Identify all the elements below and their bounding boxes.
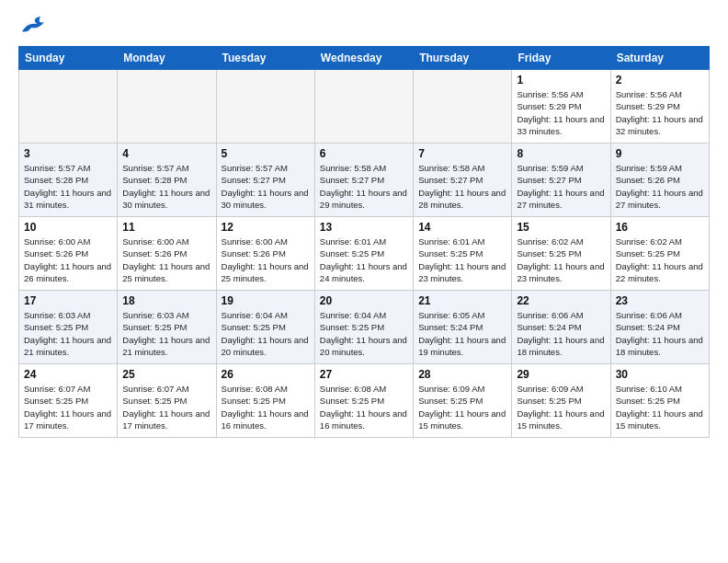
calendar-cell: 25Sunrise: 6:07 AMSunset: 5:25 PMDayligh… xyxy=(118,364,216,438)
day-number: 4 xyxy=(122,147,210,160)
day-info: Sunrise: 6:10 AMSunset: 5:25 PMDaylight:… xyxy=(616,383,704,431)
calendar-cell xyxy=(414,70,512,144)
day-number: 23 xyxy=(616,294,704,307)
day-info: Sunrise: 6:08 AMSunset: 5:25 PMDaylight:… xyxy=(320,383,408,431)
calendar-cell: 22Sunrise: 6:06 AMSunset: 5:24 PMDayligh… xyxy=(512,291,610,364)
day-info: Sunrise: 6:09 AMSunset: 5:25 PMDaylight:… xyxy=(517,383,605,431)
calendar-cell: 1Sunrise: 5:56 AMSunset: 5:29 PMDaylight… xyxy=(512,70,610,144)
day-number: 19 xyxy=(222,294,310,307)
calendar-cell xyxy=(19,70,118,144)
day-number: 20 xyxy=(320,294,408,307)
day-info: Sunrise: 6:02 AMSunset: 5:25 PMDaylight:… xyxy=(517,236,605,284)
day-number: 5 xyxy=(222,147,310,160)
day-number: 18 xyxy=(122,294,210,307)
day-info: Sunrise: 5:56 AMSunset: 5:29 PMDaylight:… xyxy=(517,88,605,137)
day-info: Sunrise: 5:56 AMSunset: 5:29 PMDaylight:… xyxy=(616,88,704,137)
day-number: 1 xyxy=(517,74,605,86)
calendar-cell: 20Sunrise: 6:04 AMSunset: 5:25 PMDayligh… xyxy=(314,291,413,364)
day-info: Sunrise: 6:00 AMSunset: 5:26 PMDaylight:… xyxy=(222,236,310,284)
day-number: 17 xyxy=(24,294,112,307)
day-info: Sunrise: 6:06 AMSunset: 5:24 PMDaylight:… xyxy=(616,309,704,358)
calendar-cell: 23Sunrise: 6:06 AMSunset: 5:24 PMDayligh… xyxy=(610,291,709,364)
calendar-cell: 11Sunrise: 6:00 AMSunset: 5:26 PMDayligh… xyxy=(118,217,216,291)
calendar-cell: 3Sunrise: 5:57 AMSunset: 5:28 PMDaylight… xyxy=(19,144,118,217)
day-number: 22 xyxy=(517,294,605,307)
calendar-cell: 4Sunrise: 5:57 AMSunset: 5:28 PMDaylight… xyxy=(118,144,216,217)
weekday-sunday: Sunday xyxy=(19,47,118,70)
day-info: Sunrise: 6:00 AMSunset: 5:26 PMDaylight:… xyxy=(122,236,210,284)
day-info: Sunrise: 5:59 AMSunset: 5:26 PMDaylight:… xyxy=(616,162,704,211)
day-info: Sunrise: 5:59 AMSunset: 5:27 PMDaylight:… xyxy=(517,162,605,211)
calendar-row-1: 1Sunrise: 5:56 AMSunset: 5:29 PMDaylight… xyxy=(19,70,710,144)
day-info: Sunrise: 5:57 AMSunset: 5:28 PMDaylight:… xyxy=(24,162,112,211)
calendar-cell: 19Sunrise: 6:04 AMSunset: 5:25 PMDayligh… xyxy=(216,291,314,364)
day-info: Sunrise: 6:07 AMSunset: 5:25 PMDaylight:… xyxy=(24,383,112,431)
day-info: Sunrise: 5:58 AMSunset: 5:27 PMDaylight:… xyxy=(320,162,408,211)
weekday-wednesday: Wednesday xyxy=(314,47,413,70)
calendar-cell: 2Sunrise: 5:56 AMSunset: 5:29 PMDaylight… xyxy=(610,70,709,144)
day-number: 13 xyxy=(320,221,408,234)
calendar-cell: 28Sunrise: 6:09 AMSunset: 5:25 PMDayligh… xyxy=(414,364,512,438)
day-number: 7 xyxy=(418,147,506,160)
day-number: 24 xyxy=(24,368,112,381)
calendar-cell xyxy=(314,70,413,144)
day-info: Sunrise: 6:05 AMSunset: 5:24 PMDaylight:… xyxy=(418,309,506,358)
page: SundayMondayTuesdayWednesdayThursdayFrid… xyxy=(0,0,728,563)
calendar-cell: 27Sunrise: 6:08 AMSunset: 5:25 PMDayligh… xyxy=(314,364,413,438)
weekday-tuesday: Tuesday xyxy=(216,47,314,70)
calendar-cell xyxy=(118,70,216,144)
day-info: Sunrise: 6:00 AMSunset: 5:26 PMDaylight:… xyxy=(24,236,112,284)
calendar-row-4: 17Sunrise: 6:03 AMSunset: 5:25 PMDayligh… xyxy=(19,291,710,364)
day-info: Sunrise: 6:01 AMSunset: 5:25 PMDaylight:… xyxy=(320,236,408,284)
day-info: Sunrise: 6:04 AMSunset: 5:25 PMDaylight:… xyxy=(222,309,310,358)
day-number: 26 xyxy=(222,368,310,381)
day-number: 14 xyxy=(418,221,506,234)
calendar-cell: 16Sunrise: 6:02 AMSunset: 5:25 PMDayligh… xyxy=(610,217,709,291)
weekday-header-row: SundayMondayTuesdayWednesdayThursdayFrid… xyxy=(19,47,710,70)
calendar-cell: 10Sunrise: 6:00 AMSunset: 5:26 PMDayligh… xyxy=(19,217,118,291)
day-number: 29 xyxy=(517,368,605,381)
calendar-cell: 17Sunrise: 6:03 AMSunset: 5:25 PMDayligh… xyxy=(19,291,118,364)
day-info: Sunrise: 6:06 AMSunset: 5:24 PMDaylight:… xyxy=(517,309,605,358)
day-number: 12 xyxy=(222,221,310,234)
day-info: Sunrise: 5:57 AMSunset: 5:27 PMDaylight:… xyxy=(222,162,310,211)
logo xyxy=(18,15,48,37)
day-info: Sunrise: 6:03 AMSunset: 5:25 PMDaylight:… xyxy=(122,309,210,358)
day-number: 10 xyxy=(24,221,112,234)
day-info: Sunrise: 6:09 AMSunset: 5:25 PMDaylight:… xyxy=(418,383,506,431)
day-number: 9 xyxy=(616,147,704,160)
weekday-friday: Friday xyxy=(512,47,610,70)
calendar-cell: 24Sunrise: 6:07 AMSunset: 5:25 PMDayligh… xyxy=(19,364,118,438)
calendar-cell: 13Sunrise: 6:01 AMSunset: 5:25 PMDayligh… xyxy=(314,217,413,291)
day-number: 25 xyxy=(122,368,210,381)
calendar-cell: 7Sunrise: 5:58 AMSunset: 5:27 PMDaylight… xyxy=(414,144,512,217)
calendar-table: SundayMondayTuesdayWednesdayThursdayFrid… xyxy=(18,46,710,438)
calendar-cell: 5Sunrise: 5:57 AMSunset: 5:27 PMDaylight… xyxy=(216,144,314,217)
day-info: Sunrise: 6:02 AMSunset: 5:25 PMDaylight:… xyxy=(616,236,704,284)
day-number: 28 xyxy=(418,368,506,381)
day-info: Sunrise: 5:58 AMSunset: 5:27 PMDaylight:… xyxy=(418,162,506,211)
calendar-cell: 15Sunrise: 6:02 AMSunset: 5:25 PMDayligh… xyxy=(512,217,610,291)
day-number: 6 xyxy=(320,147,408,160)
day-number: 8 xyxy=(517,147,605,160)
day-info: Sunrise: 6:04 AMSunset: 5:25 PMDaylight:… xyxy=(320,309,408,358)
weekday-thursday: Thursday xyxy=(414,47,512,70)
day-number: 16 xyxy=(616,221,704,234)
day-number: 21 xyxy=(418,294,506,307)
day-number: 27 xyxy=(320,368,408,381)
calendar-row-2: 3Sunrise: 5:57 AMSunset: 5:28 PMDaylight… xyxy=(19,144,710,217)
calendar-cell: 14Sunrise: 6:01 AMSunset: 5:25 PMDayligh… xyxy=(414,217,512,291)
calendar-cell xyxy=(216,70,314,144)
weekday-saturday: Saturday xyxy=(610,47,709,70)
calendar-row-3: 10Sunrise: 6:00 AMSunset: 5:26 PMDayligh… xyxy=(19,217,710,291)
calendar-cell: 29Sunrise: 6:09 AMSunset: 5:25 PMDayligh… xyxy=(512,364,610,438)
calendar-cell: 8Sunrise: 5:59 AMSunset: 5:27 PMDaylight… xyxy=(512,144,610,217)
calendar-cell: 12Sunrise: 6:00 AMSunset: 5:26 PMDayligh… xyxy=(216,217,314,291)
day-info: Sunrise: 6:03 AMSunset: 5:25 PMDaylight:… xyxy=(24,309,112,358)
calendar-cell: 9Sunrise: 5:59 AMSunset: 5:26 PMDaylight… xyxy=(610,144,709,217)
day-number: 2 xyxy=(616,74,704,86)
day-number: 3 xyxy=(24,147,112,160)
calendar-cell: 18Sunrise: 6:03 AMSunset: 5:25 PMDayligh… xyxy=(118,291,216,364)
calendar-cell: 26Sunrise: 6:08 AMSunset: 5:25 PMDayligh… xyxy=(216,364,314,438)
calendar-cell: 6Sunrise: 5:58 AMSunset: 5:27 PMDaylight… xyxy=(314,144,413,217)
